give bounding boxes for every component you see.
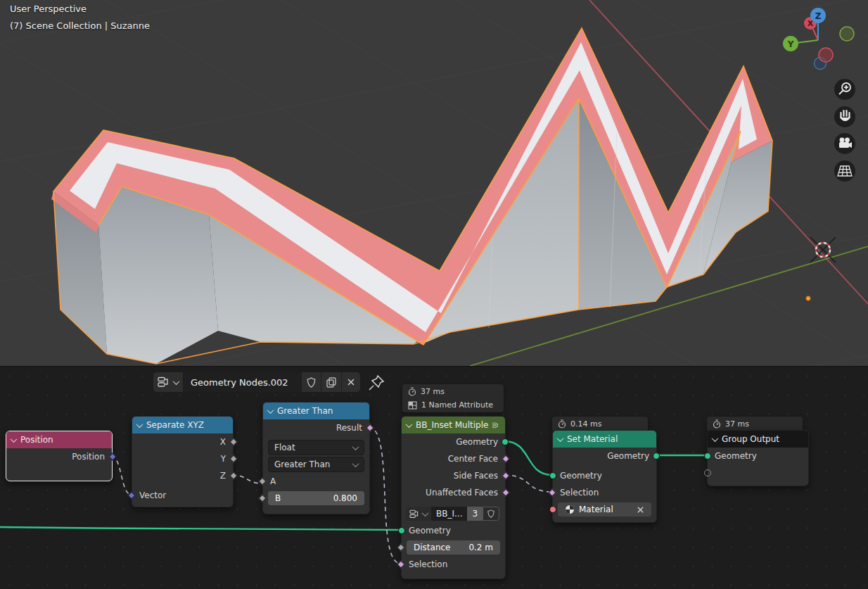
node-group-selector-row: BB_I... 3 bbox=[402, 505, 505, 522]
chevron-down-icon bbox=[422, 509, 429, 517]
clock-icon bbox=[558, 419, 566, 429]
input-socket-geometry[interactable] bbox=[398, 527, 405, 534]
node-separate-xyz[interactable]: Separate XYZ X Y Z Vector bbox=[132, 416, 234, 507]
socket-label: A bbox=[270, 476, 276, 486]
node-bb-inset-multiple[interactable]: BB_Inset Multiple Geometry Center Face S… bbox=[401, 416, 506, 579]
chevron-down-icon bbox=[352, 443, 359, 450]
socket-row-selection-in: Selection bbox=[402, 556, 505, 573]
zoom-button[interactable] bbox=[834, 79, 855, 100]
node-title: Greater Than bbox=[277, 406, 333, 416]
socket-row-material-in: Material bbox=[553, 501, 656, 518]
node-tree-name-field[interactable]: Geometry Nodes.002 bbox=[184, 372, 302, 392]
socket-label: Y bbox=[221, 454, 226, 464]
socket-row-distance-in: Distance 0.2 m bbox=[402, 539, 505, 556]
viewport-scene bbox=[0, 0, 868, 366]
chevron-down-icon bbox=[173, 378, 180, 385]
data-type-dropdown[interactable]: Float bbox=[268, 440, 364, 455]
operation-dropdown[interactable]: Greater Than bbox=[268, 457, 364, 472]
node-title: Separate XYZ bbox=[146, 420, 204, 430]
collapse-chevron-icon[interactable] bbox=[557, 435, 564, 442]
b-value-field[interactable]: B 0.800 bbox=[268, 491, 364, 505]
input-socket-geometry[interactable] bbox=[549, 472, 556, 479]
group-users-count-button[interactable]: 3 bbox=[467, 507, 483, 521]
node-time: 37 ms bbox=[725, 419, 749, 429]
gizmo-axis-x-negative[interactable] bbox=[819, 48, 833, 62]
input-socket-material[interactable] bbox=[549, 506, 556, 513]
node-greater-than[interactable]: Greater Than Result Float Greater Than A bbox=[262, 402, 370, 514]
socket-label: Geometry bbox=[456, 437, 498, 447]
new-copy-button[interactable] bbox=[321, 372, 342, 392]
socket-label: Z bbox=[220, 471, 226, 481]
gizmo-y-label: Y bbox=[787, 39, 794, 49]
output-socket-geometry[interactable] bbox=[502, 438, 509, 445]
chevron-down-icon bbox=[352, 460, 359, 467]
mesh-object-suzanne[interactable] bbox=[51, 28, 772, 364]
socket-label: Position bbox=[72, 452, 105, 462]
viewport-nav-buttons bbox=[832, 77, 859, 184]
material-selector-field[interactable]: Material bbox=[558, 502, 651, 517]
socket-label: Unaffected Faces bbox=[426, 488, 498, 498]
spreadsheet-icon bbox=[408, 401, 417, 410]
node-title: BB_Inset Multiple bbox=[416, 420, 488, 430]
close-icon[interactable] bbox=[637, 506, 644, 514]
socket-label: X bbox=[220, 437, 226, 447]
close-icon bbox=[346, 377, 356, 387]
socket-row-position-out: Position bbox=[6, 448, 112, 465]
timing-overlay-group-output: 37 ms bbox=[707, 417, 803, 431]
collapse-chevron-icon[interactable] bbox=[136, 421, 143, 428]
collapse-chevron-icon[interactable] bbox=[712, 435, 719, 442]
timing-overlay-named-attribute: 37 ms 1 Named Attribute bbox=[402, 384, 504, 412]
node-tree-icon bbox=[409, 509, 420, 519]
input-socket-virtual[interactable] bbox=[704, 469, 711, 476]
node-header[interactable]: Position bbox=[6, 431, 112, 448]
collapse-chevron-icon[interactable] bbox=[11, 436, 18, 443]
node-tree-icon bbox=[158, 376, 170, 388]
socket-label: Result bbox=[336, 423, 362, 433]
shield-icon bbox=[306, 376, 317, 388]
socket-label: Selection bbox=[560, 488, 599, 498]
node-tree-browse-button[interactable] bbox=[153, 372, 184, 392]
node-set-material[interactable]: Set Material Geometry Geometry Selection… bbox=[552, 430, 657, 523]
dropdown-value: Float bbox=[274, 443, 295, 452]
socket-row-z-out: Z bbox=[132, 467, 233, 484]
socket-row-geometry-out: Geometry bbox=[553, 448, 656, 464]
distance-value-field[interactable]: Distance 0.2 m bbox=[407, 540, 500, 555]
node-header[interactable]: Greater Than bbox=[263, 403, 369, 419]
group-fake-user-button[interactable] bbox=[483, 507, 499, 521]
navigation-gizmo[interactable]: X Z Y bbox=[782, 3, 860, 76]
camera-view-button[interactable] bbox=[834, 133, 855, 154]
node-title: Group Output bbox=[722, 434, 779, 444]
viewport-3d[interactable]: User Perspective (7) Scene Collection | … bbox=[0, 0, 868, 366]
material-sphere-icon bbox=[565, 505, 575, 514]
gizmo-z-label: Z bbox=[815, 11, 822, 21]
field-value: 0.800 bbox=[333, 493, 357, 503]
node-group-output[interactable]: Group Output Geometry bbox=[707, 430, 809, 486]
node-position[interactable]: Position Position bbox=[6, 431, 113, 481]
node-tree-selector: Geometry Nodes.002 bbox=[153, 372, 385, 392]
group-browse-button[interactable] bbox=[406, 507, 431, 521]
dropdown-value: Greater Than bbox=[274, 460, 330, 469]
socket-label: Selection bbox=[409, 559, 447, 569]
gizmo-axis-y-negative[interactable] bbox=[840, 27, 854, 41]
socket-label: Geometry bbox=[715, 451, 757, 461]
breadcrumb: (7) Scene Collection | Suzanne bbox=[10, 20, 150, 31]
node-header[interactable]: Group Output bbox=[708, 431, 808, 448]
unlink-button[interactable] bbox=[342, 372, 360, 392]
node-header[interactable]: BB_Inset Multiple bbox=[402, 417, 505, 433]
grid-ortho-button[interactable] bbox=[834, 160, 855, 182]
input-socket-geometry[interactable] bbox=[704, 452, 711, 460]
pan-button[interactable] bbox=[834, 106, 855, 127]
socket-label: Geometry bbox=[607, 451, 649, 461]
data-type-row: Float bbox=[263, 439, 369, 456]
collapse-chevron-icon[interactable] bbox=[267, 407, 274, 414]
socket-row-vector-in: Vector bbox=[132, 487, 233, 504]
fake-user-button[interactable] bbox=[302, 372, 321, 392]
node-time: 37 ms bbox=[421, 387, 445, 396]
collapse-chevron-icon[interactable] bbox=[406, 421, 413, 428]
pin-icon[interactable] bbox=[367, 374, 385, 392]
node-header[interactable]: Set Material bbox=[553, 431, 656, 448]
node-header[interactable]: Separate XYZ bbox=[132, 417, 233, 433]
output-socket-geometry[interactable] bbox=[653, 452, 660, 460]
clock-icon bbox=[713, 419, 721, 429]
group-name-field[interactable]: BB_I... bbox=[431, 507, 467, 521]
